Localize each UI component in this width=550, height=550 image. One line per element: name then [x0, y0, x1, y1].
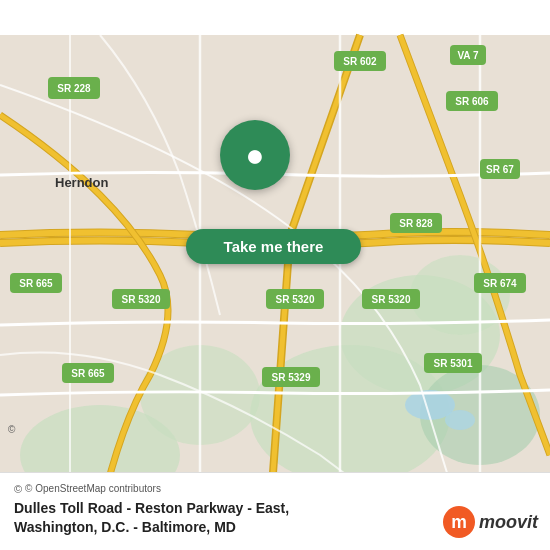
svg-text:SR 602: SR 602	[343, 56, 377, 67]
svg-text:SR 674: SR 674	[483, 278, 517, 289]
svg-text:SR 5301: SR 5301	[434, 358, 473, 369]
svg-text:SR 5320: SR 5320	[372, 294, 411, 305]
road-title: Dulles Toll Road - Reston Parkway - East…	[14, 499, 289, 538]
svg-text:©: ©	[8, 424, 16, 435]
moovit-logo: m moovit	[443, 506, 538, 538]
road-name: Dulles Toll Road - Reston Parkway - East…	[14, 500, 289, 516]
svg-text:Herndon: Herndon	[55, 175, 109, 190]
svg-text:SR 665: SR 665	[71, 368, 105, 379]
svg-text:SR 828: SR 828	[399, 218, 433, 229]
svg-text:SR 5329: SR 5329	[272, 372, 311, 383]
map-container: SR 228 VA 7 SR 602 SR 606 SR 828 SR 67 S…	[0, 0, 550, 550]
svg-text:m: m	[451, 512, 467, 532]
svg-text:SR 228: SR 228	[57, 83, 91, 94]
svg-text:SR 665: SR 665	[19, 278, 53, 289]
attribution-text: © OpenStreetMap contributors	[25, 483, 161, 494]
copyright-symbol: ©	[14, 483, 22, 495]
take-me-there-button[interactable]: Take me there	[186, 229, 361, 264]
road-location: Washington, D.C. - Baltimore, MD	[14, 519, 236, 535]
info-bar: © © OpenStreetMap contributors Dulles To…	[0, 472, 550, 550]
svg-text:SR 606: SR 606	[455, 96, 489, 107]
svg-text:SR 5320: SR 5320	[122, 294, 161, 305]
attribution: © © OpenStreetMap contributors	[14, 483, 536, 495]
map-background: SR 228 VA 7 SR 602 SR 606 SR 828 SR 67 S…	[0, 0, 550, 550]
svg-text:VA 7: VA 7	[457, 50, 479, 61]
svg-text:SR 67: SR 67	[486, 164, 514, 175]
location-pin: ●	[220, 120, 290, 190]
svg-text:SR 5320: SR 5320	[276, 294, 315, 305]
svg-point-8	[445, 410, 475, 430]
moovit-icon: m	[443, 506, 475, 538]
moovit-text: moovit	[479, 512, 538, 533]
